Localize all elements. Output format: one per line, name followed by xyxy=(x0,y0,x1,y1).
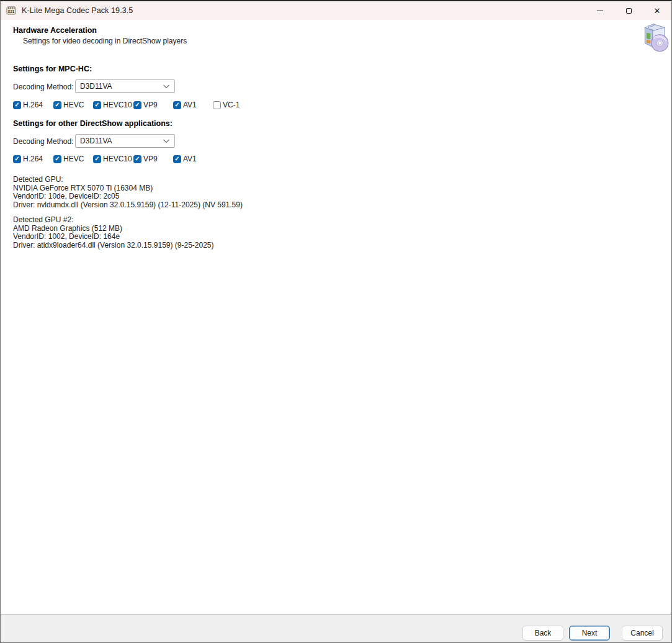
codec-row-directshow: ✓ H.264 ✓ HEVC ✓ HEVC10 ✓ VP9 ✓ AV1 xyxy=(1,155,671,166)
checkbox: ✓ xyxy=(53,101,61,109)
checkbox: ✓ xyxy=(13,155,21,163)
checkmark-icon: ✓ xyxy=(174,156,179,162)
next-button[interactable]: Next xyxy=(569,626,610,641)
checkbox: ✓ xyxy=(173,101,181,109)
maximize-button[interactable] xyxy=(614,1,643,20)
codec-checkbox-vp9[interactable]: ✓ VP9 xyxy=(133,155,158,163)
close-button[interactable]: ✕ xyxy=(643,1,671,20)
decoding-method-label: Decoding Method: xyxy=(13,137,73,146)
gpu-info-line: Driver: atidx9loader64.dll (Version 32.0… xyxy=(13,241,214,250)
checkmark-icon: ✓ xyxy=(55,102,60,108)
decoding-method-value: D3D11VA xyxy=(80,82,112,91)
app-icon: 321 xyxy=(6,6,16,16)
installer-box-icon xyxy=(638,22,670,53)
decoding-method-value: D3D11VA xyxy=(80,137,112,145)
codec-checkbox-hevc[interactable]: ✓ HEVC xyxy=(53,101,84,109)
codec-label: HEVC xyxy=(63,155,84,163)
codec-checkbox-h264[interactable]: ✓ H.264 xyxy=(13,101,43,109)
back-button[interactable]: Back xyxy=(522,626,563,641)
gpu-info-line: NVIDIA GeForce RTX 5070 Ti (16304 MB) xyxy=(13,184,243,193)
codec-checkbox-h264[interactable]: ✓ H.264 xyxy=(13,155,43,163)
minimize-icon xyxy=(597,11,603,11)
checkbox: ✓ xyxy=(93,155,101,163)
decoding-method-select-mpchc[interactable]: D3D11VA xyxy=(75,79,175,93)
gpu-info-line: Detected GPU #2: xyxy=(13,216,214,225)
section-heading-mpc-hc: Settings for MPC-HC: xyxy=(13,65,92,73)
gpu-info-line: VendorID: 1002, DeviceID: 164e xyxy=(13,233,214,241)
page-title: Hardware Acceleration xyxy=(13,26,97,35)
titlebar: 321 K-Lite Mega Codec Pack 19.3.5 ✕ xyxy=(1,1,671,20)
checkmark-icon: ✓ xyxy=(135,102,140,108)
cancel-button[interactable]: Cancel xyxy=(622,626,663,641)
codec-label: VP9 xyxy=(143,101,158,109)
codec-label: HEVC10 xyxy=(103,155,132,163)
checkmark-icon: ✓ xyxy=(14,156,19,162)
installer-window: 321 K-Lite Mega Codec Pack 19.3.5 ✕ Hard… xyxy=(0,0,672,643)
codec-checkbox-hevc[interactable]: ✓ HEVC xyxy=(53,155,84,163)
chevron-down-icon xyxy=(163,84,170,89)
page-subtitle: Settings for video decoding in DirectSho… xyxy=(23,37,187,45)
chevron-down-icon xyxy=(163,139,170,143)
codec-label: VC-1 xyxy=(223,101,240,109)
gpu-info-line: Detected GPU: xyxy=(13,176,243,184)
codec-label: H.264 xyxy=(23,101,43,109)
codec-label: VP9 xyxy=(143,155,158,163)
decoding-method-select-directshow[interactable]: D3D11VA xyxy=(75,134,175,148)
checkmark-icon: ✓ xyxy=(14,102,19,108)
codec-checkbox-vc1[interactable]: ✓ VC-1 xyxy=(213,101,240,109)
codec-checkbox-av1[interactable]: ✓ AV1 xyxy=(173,155,197,163)
detected-gpu2-info: Detected GPU #2: AMD Radeon Graphics (51… xyxy=(13,216,214,250)
codec-checkbox-hevc10[interactable]: ✓ HEVC10 xyxy=(93,155,132,163)
svg-text:321: 321 xyxy=(8,9,15,14)
detected-gpu-info: Detected GPU: NVIDIA GeForce RTX 5070 Ti… xyxy=(13,176,243,209)
gpu-info-line: AMD Radeon Graphics (512 MB) xyxy=(13,225,214,233)
codec-label: HEVC10 xyxy=(103,101,132,109)
checkmark-icon: ✓ xyxy=(55,156,60,162)
checkbox: ✓ xyxy=(173,155,181,163)
maximize-icon xyxy=(626,8,632,14)
codec-label: H.264 xyxy=(23,155,43,163)
minimize-button[interactable] xyxy=(586,1,614,20)
caption-controls: ✕ xyxy=(586,1,671,20)
codec-checkbox-vp9[interactable]: ✓ VP9 xyxy=(133,101,158,109)
checkbox: ✓ xyxy=(13,101,21,109)
decoding-method-label: Decoding Method: xyxy=(13,83,73,91)
checkbox: ✓ xyxy=(53,155,61,163)
codec-row-mpchc: ✓ H.264 ✓ HEVC ✓ HEVC10 ✓ VP9 ✓ AV1 ✓ VC… xyxy=(1,101,671,112)
checkbox: ✓ xyxy=(133,101,141,109)
codec-checkbox-av1[interactable]: ✓ AV1 xyxy=(173,101,197,109)
section-heading-directshow: Settings for other DirectShow applicatio… xyxy=(13,119,172,128)
codec-checkbox-hevc10[interactable]: ✓ HEVC10 xyxy=(93,101,132,109)
checkbox: ✓ xyxy=(93,101,101,109)
codec-label: HEVC xyxy=(63,101,84,109)
checkmark-icon: ✓ xyxy=(94,156,99,162)
window-title: K-Lite Mega Codec Pack 19.3.5 xyxy=(22,6,133,15)
gpu-info-line: VendorID: 10de, DeviceID: 2c05 xyxy=(13,192,243,201)
close-icon: ✕ xyxy=(654,7,661,15)
checkmark-icon: ✓ xyxy=(174,102,179,108)
checkmark-icon: ✓ xyxy=(135,156,140,162)
checkmark-icon: ✓ xyxy=(94,102,99,108)
gpu-info-line: Driver: nvldumdx.dll (Version 32.0.15.91… xyxy=(13,201,243,210)
codec-label: AV1 xyxy=(183,155,197,163)
checkbox: ✓ xyxy=(133,155,141,163)
codec-label: AV1 xyxy=(183,101,197,109)
checkbox: ✓ xyxy=(213,101,221,109)
